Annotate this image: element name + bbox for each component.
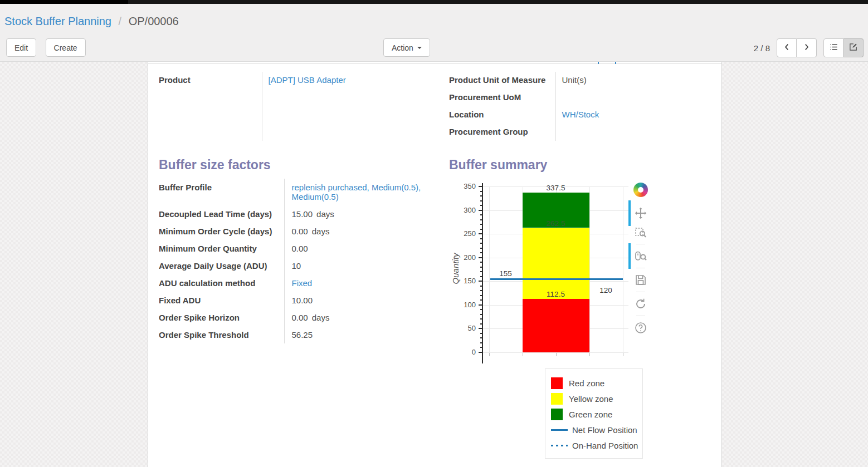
field-label: Decoupled Lead Time (days) (159, 205, 284, 223)
toolbar-separator (636, 316, 645, 316)
clipped-row-border (148, 63, 721, 64)
field-value: 15.00days (284, 205, 435, 223)
y-axis-title: Quantity (451, 249, 460, 288)
field-row: Order Spike Threshold56.25 (159, 326, 435, 343)
save-tool-icon[interactable] (634, 273, 647, 287)
x-axis-tick (489, 353, 490, 356)
field-label: Order Spike Threshold (159, 326, 284, 343)
field-label: Fixed ADU (159, 292, 284, 309)
field-label: ADU calculation method (159, 274, 284, 292)
field-value: 0.00 (284, 240, 435, 257)
field-value-link[interactable]: WH/Stock (562, 110, 599, 119)
legend-item: Net Flow Position (551, 422, 638, 437)
field-value: 56.25 (284, 326, 435, 343)
field-row: Minimum Order Cycle (days)0.00days (159, 223, 435, 240)
breadcrumb-current: OP/00006 (129, 15, 179, 27)
field-row: Decoupled Lead Time (days)15.00days (159, 205, 435, 223)
field-value: Fixed (284, 274, 435, 292)
clipped-link-fragment (598, 62, 599, 64)
legend-label: Net Flow Position (572, 425, 637, 435)
gridline-vertical (589, 186, 590, 352)
gridline-vertical (489, 186, 490, 352)
field-value: 10 (284, 257, 435, 274)
field-value-text: 10.00 (292, 296, 313, 305)
field-row: Minimum Order Quantity0.00 (159, 240, 435, 257)
yellow-zone-bar (523, 228, 589, 299)
toolbar-separator (636, 268, 645, 268)
field-value-text: 56.25 (292, 330, 313, 340)
field-value-text: Unit(s) (562, 75, 587, 85)
details-group: Product Unit of MeasureUnit(s)Procuremen… (449, 72, 599, 141)
pager-previous-button[interactable] (777, 38, 797, 57)
field-unit-suffix: days (312, 227, 330, 236)
on-hand-position-swatch (551, 440, 568, 451)
field-label: Procurement UoM (449, 89, 555, 106)
field-row: Buffer Profilereplenish purchased, Mediu… (159, 179, 435, 205)
field-value-text: 0.00 (292, 227, 308, 236)
buffer-size-factors-heading: Buffer size factors (159, 158, 449, 172)
field-label: Procurement Group (449, 124, 555, 141)
top-field-groups: Product [ADPT] USB Adapter Product Unit … (159, 72, 711, 141)
field-value-link[interactable]: replenish purchased, Medium(0.5), Medium… (292, 183, 421, 201)
field-value: 0.00days (284, 309, 435, 326)
bokeh-logo[interactable] (633, 183, 648, 197)
legend-swatch-square (551, 409, 563, 420)
field-value: Unit(s) (555, 72, 599, 89)
caret-down-icon (417, 47, 422, 49)
field-value-text: 0.00 (292, 313, 308, 322)
net-flow-position-swatch (551, 424, 568, 436)
y-axis-tick-label: 300 (453, 206, 476, 214)
legend-label: Red zone (569, 378, 604, 388)
form-view-button[interactable] (843, 38, 864, 57)
gridline-vertical (623, 186, 623, 352)
pan-tool-icon[interactable] (634, 207, 647, 220)
field-row-product: Product [ADPT] USB Adapter (159, 72, 449, 141)
field-value-link[interactable]: Fixed (292, 278, 313, 288)
pager-next-button[interactable] (797, 38, 817, 57)
breadcrumb-parent-link[interactable]: Stock Buffer Planning (4, 15, 111, 27)
chart-value-label: 262.5 (547, 219, 565, 227)
field-value: WH/Stock (555, 106, 599, 124)
field-label: Average Daily Usage (ADU) (159, 257, 284, 274)
view-switcher (823, 38, 864, 57)
control-panel: Edit Create Action 2 / 8 (0, 33, 868, 62)
y-axis-tick-label: 0 (453, 348, 476, 356)
field-label: Order Spike Horizon (159, 309, 284, 326)
field-value: 0.00days (284, 223, 435, 240)
legend-label: Green zone (569, 410, 612, 419)
field-row: Procurement UoM (449, 89, 599, 106)
product-link[interactable]: [ADPT] USB Adapter (269, 75, 346, 85)
box-zoom-tool-icon[interactable] (634, 225, 647, 239)
field-value-text: 15.00 (292, 209, 313, 219)
chevron-right-icon (802, 42, 811, 54)
help-tool-icon[interactable] (634, 321, 647, 335)
field-label: Minimum Order Quantity (159, 240, 284, 257)
legend-item: On-Hand Position (551, 437, 638, 453)
field-unit-suffix: days (312, 313, 330, 322)
create-button[interactable]: Create (46, 38, 86, 57)
wheel-zoom-tool-icon[interactable] (634, 249, 647, 263)
edit-button[interactable]: Edit (6, 38, 36, 57)
x-axis-tick (623, 353, 623, 356)
legend-label: Yellow zone (569, 394, 613, 404)
top-black-bar (0, 0, 868, 4)
action-dropdown-button[interactable]: Action (383, 38, 430, 57)
y-axis-tick-label: 100 (453, 301, 476, 309)
top-bar-segment (0, 0, 128, 4)
red-zone-swatch (551, 377, 563, 389)
x-axis-tick (589, 353, 590, 356)
list-view-button[interactable] (823, 38, 843, 57)
field-label: Product Unit of Measure (449, 72, 555, 89)
legend-item: Yellow zone (551, 391, 638, 406)
chart-value-label: 120 (599, 286, 612, 294)
reset-tool-icon[interactable] (634, 297, 647, 311)
toolbar-separator (636, 292, 645, 292)
list-view-icon (829, 42, 838, 54)
y-axis-tick-label: 350 (453, 182, 476, 190)
chart-value-label: 337.5 (547, 183, 565, 191)
field-value-text: 0.00 (292, 244, 308, 253)
buffer-summary-heading: Buffer summary (449, 158, 711, 172)
clipped-link-fragment (615, 62, 616, 64)
field-row: LocationWH/Stock (449, 106, 599, 124)
buffer-factors-column: Buffer size factors Buffer Profilereplen… (159, 141, 449, 459)
